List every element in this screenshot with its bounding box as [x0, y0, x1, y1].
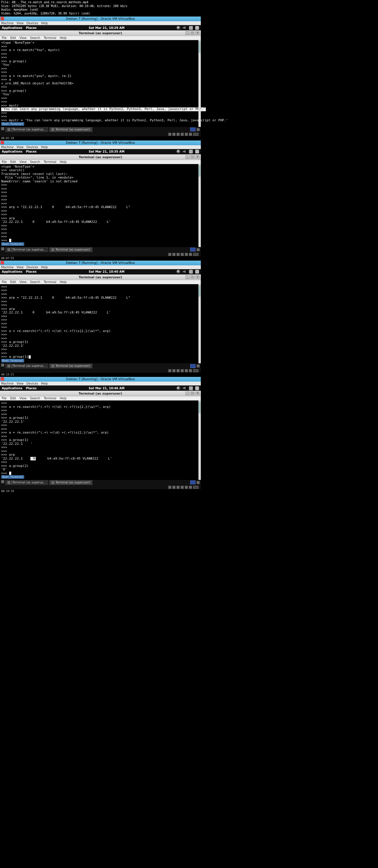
terminal-body[interactable]: <type 'NoneType'>>>>>>> a = re.match("Yo… [0, 40, 201, 127]
term-menu-item[interactable]: View [20, 160, 27, 163]
usb-icon[interactable] [181, 253, 184, 256]
terminal-body[interactable]: <type 'NoneType'>>>> search()Traceback (… [0, 164, 201, 247]
taskbar-button[interactable]: Terminal (as superuser) [49, 247, 92, 252]
vbox-titlebar[interactable]: Debian 7 [Running] - Oracle VM VirtualBo… [0, 260, 201, 265]
taskbar-button[interactable]: Terminal (as superuser) [49, 480, 92, 485]
minimize-button[interactable]: _ [185, 392, 190, 395]
clock[interactable]: Sat Mar 21, 10:35 AM [89, 150, 125, 153]
terminal-body[interactable]: >>>>>> a = re.search(r"(.+?) +(\d) +(.+?… [0, 401, 201, 480]
disk-icon[interactable] [189, 270, 193, 274]
cd-icon[interactable] [172, 486, 175, 489]
term-menu-item[interactable]: Search [30, 397, 40, 400]
close-button[interactable]: × [196, 392, 200, 395]
term-menu-item[interactable]: Terminal [44, 280, 56, 284]
vbox-menu-item[interactable]: Devices [27, 266, 38, 269]
clock[interactable]: Sat Mar 21, 10:46 AM [89, 386, 125, 390]
workspace-indicator[interactable] [190, 248, 196, 251]
mouse-icon[interactable] [189, 133, 192, 136]
mouse-icon[interactable] [189, 369, 192, 372]
scrollbar[interactable] [199, 401, 201, 480]
clock[interactable]: Sat Mar 21, 10:40 AM [89, 270, 125, 273]
mouse-icon[interactable] [189, 486, 192, 489]
hd-icon[interactable] [168, 486, 171, 489]
hostkey-indicator[interactable] [193, 486, 199, 489]
term-menu-item[interactable]: Edit [10, 280, 16, 284]
show-desktop-icon[interactable] [1, 127, 4, 130]
vbox-menu-item[interactable]: Machine [1, 22, 13, 25]
scrollbar[interactable] [199, 164, 201, 247]
disk-icon[interactable] [189, 386, 193, 390]
term-menu-item[interactable]: View [20, 280, 27, 284]
places-menu[interactable]: Places [26, 26, 37, 30]
volume-icon[interactable] [183, 386, 186, 390]
maximize-button[interactable]: □ [191, 155, 195, 159]
term-menu-item[interactable]: Terminal [44, 397, 56, 400]
show-desktop-icon[interactable] [1, 364, 4, 367]
term-menu-item[interactable]: Edit [10, 397, 16, 400]
shared-icon[interactable] [185, 486, 188, 489]
usb-icon[interactable] [181, 486, 184, 489]
term-menu-item[interactable]: View [20, 36, 27, 39]
terminal-titlebar[interactable]: Terminal (as superuser)_□× [0, 391, 201, 396]
taskbar-button[interactable]: [Terminal (as superus... [5, 364, 48, 368]
vbox-menu-item[interactable]: View [17, 382, 24, 385]
hostkey-indicator[interactable] [193, 133, 199, 136]
taskbar-button[interactable]: [Terminal (as superus... [5, 247, 48, 252]
usb-icon[interactable] [181, 369, 184, 372]
maximize-button[interactable]: □ [191, 275, 195, 279]
term-menu-item[interactable]: View [20, 397, 27, 400]
vbox-titlebar[interactable]: Debian 7 [Running] - Oracle VM VirtualBo… [0, 17, 201, 21]
trash-icon[interactable] [197, 248, 200, 251]
vbox-menu-item[interactable]: View [17, 22, 24, 25]
shared-icon[interactable] [185, 369, 188, 372]
places-menu[interactable]: Places [26, 386, 37, 390]
maximize-button[interactable]: □ [191, 31, 195, 35]
workspace-indicator[interactable] [190, 127, 196, 131]
term-menu-item[interactable]: Help [60, 160, 66, 163]
taskbar-button[interactable]: Terminal (as superuser) [49, 364, 92, 368]
vbox-menu-item[interactable]: Help [41, 146, 48, 149]
trash-icon[interactable] [197, 128, 200, 131]
cd-icon[interactable] [172, 369, 175, 372]
term-menu-item[interactable]: Help [60, 280, 66, 284]
vbox-menu-item[interactable]: Machine [1, 146, 13, 149]
disk-icon[interactable] [189, 26, 193, 30]
shared-icon[interactable] [185, 133, 188, 136]
hostkey-indicator[interactable] [193, 369, 199, 372]
hostkey-indicator[interactable] [193, 253, 199, 256]
minimize-button[interactable]: _ [185, 155, 190, 159]
show-desktop-icon[interactable] [1, 247, 4, 250]
weather-icon[interactable] [177, 270, 180, 274]
minimize-button[interactable]: _ [185, 31, 190, 35]
term-menu-item[interactable]: Help [60, 397, 66, 400]
vbox-menu-item[interactable]: Machine [1, 382, 13, 385]
scrollbar[interactable] [199, 284, 201, 364]
term-menu-item[interactable]: File [2, 160, 7, 163]
applications-menu[interactable]: Applications [2, 26, 23, 30]
weather-icon[interactable] [177, 26, 180, 30]
net-icon[interactable] [177, 369, 179, 372]
applications-menu[interactable]: Applications [2, 386, 23, 390]
index-icon[interactable] [195, 270, 199, 274]
vbox-menu-item[interactable]: View [17, 266, 24, 269]
net-icon[interactable] [177, 253, 179, 256]
vbox-titlebar[interactable]: Debian 7 [Running] - Oracle VM VirtualBo… [0, 377, 201, 382]
disk-icon[interactable] [189, 150, 193, 153]
terminal-titlebar[interactable]: Terminal (as superuser)_□× [0, 30, 201, 36]
taskbar-button[interactable]: Terminal (as superuser) [49, 127, 92, 132]
volume-icon[interactable] [183, 150, 186, 153]
hd-icon[interactable] [168, 133, 171, 136]
term-menu-item[interactable]: Search [30, 280, 40, 284]
term-menu-item[interactable]: Search [30, 160, 40, 163]
volume-icon[interactable] [183, 270, 186, 274]
term-menu-item[interactable]: Search [30, 36, 40, 39]
workspace-indicator[interactable] [190, 364, 196, 368]
terminal-body[interactable]: >>>>>>>>>>>> arp = "22.22.22.1 0 b4:a9:5… [0, 284, 201, 364]
taskbar-button[interactable]: [Terminal (as superus... [5, 480, 48, 485]
vbox-menu-item[interactable]: View [17, 146, 24, 149]
vbox-menu-item[interactable]: Devices [27, 22, 38, 25]
maximize-button[interactable]: □ [191, 392, 195, 395]
term-menu-item[interactable]: Terminal [44, 160, 56, 163]
terminal-titlebar[interactable]: Terminal (as superuser)_□× [0, 154, 201, 160]
workspace-indicator[interactable] [190, 480, 196, 484]
